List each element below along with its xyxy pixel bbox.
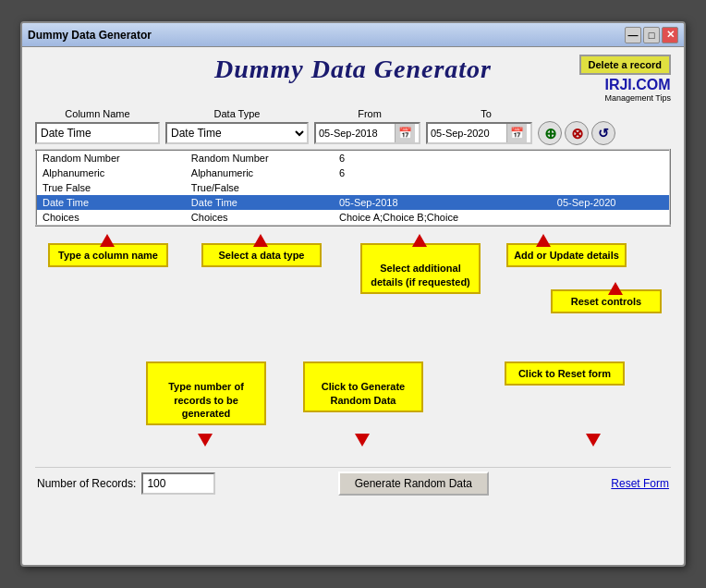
column-name-input[interactable] [35, 122, 160, 144]
bottom-annotations: Type number of records to be generated C… [35, 361, 671, 463]
remove-button[interactable]: ⊗ [565, 121, 589, 145]
table-row[interactable]: True FalseTrue/False [36, 180, 670, 195]
data-type-select[interactable]: Date Time Random Number Alphanumeric Tru… [165, 122, 309, 144]
add-update-hint-box: Add or Update details [506, 243, 627, 267]
col-to-header: To [431, 108, 542, 119]
table-row[interactable]: Date TimeDate Time05-Sep-201805-Sep-2020 [36, 195, 670, 210]
maximize-button[interactable]: □ [643, 27, 660, 43]
reset-form-hint-box: Click to Reset form [505, 361, 625, 386]
add-update-button[interactable]: ⊕ [538, 121, 562, 145]
reset-form-link[interactable]: Reset Form [611, 477, 669, 490]
column-headers: Column Name Data Type From To [35, 108, 671, 119]
svg-marker-7 [586, 434, 601, 447]
col-name-hint-box: Type a column name [48, 243, 168, 267]
data-type-hint-box: Select a data type [201, 243, 322, 267]
generate-hint-box: Click to Generate Random Data [303, 361, 423, 412]
svg-marker-6 [355, 434, 370, 447]
title-bar: Dummy Data Generator — □ ✕ [22, 23, 684, 47]
window-title: Dummy Data Generator [28, 29, 152, 42]
to-calendar-button[interactable]: 📅 [506, 124, 527, 142]
additional-details-hint-box: Select additional details (if requested) [360, 243, 481, 294]
irji-branding: IRJI.COM Management Tips [604, 77, 671, 103]
title-bar-buttons: — □ ✕ [625, 27, 678, 43]
col-dtype-header: Data Type [165, 108, 309, 119]
to-date-wrapper: 📅 [426, 122, 532, 144]
main-window: Dummy Data Generator — □ ✕ Dummy Data Ge… [20, 21, 686, 567]
management-tips-text: Management Tips [604, 93, 671, 103]
from-date-input[interactable] [316, 126, 395, 141]
from-calendar-button[interactable]: 📅 [395, 124, 415, 142]
header-row: Dummy Data Generator Delete a record IRJ… [35, 55, 671, 103]
generate-button[interactable]: Generate Random Data [338, 472, 489, 496]
reset-controls-hint-box: Reset controls [551, 289, 662, 313]
form-input-row: Date Time Random Number Alphanumeric Tru… [35, 121, 671, 145]
data-table: Random NumberRandom Number6AlphanumericA… [35, 149, 671, 227]
num-records-hint-box: Type number of records to be generated [146, 361, 266, 425]
reset-button[interactable]: ↺ [591, 121, 615, 145]
close-button[interactable]: ✕ [662, 27, 678, 43]
from-date-wrapper: 📅 [314, 122, 420, 144]
minimize-button[interactable]: — [625, 27, 641, 43]
window-content: Dummy Data Generator Delete a record IRJ… [22, 47, 684, 510]
table-row[interactable]: ChoicesChoicesChoice A;Choice B;Choice [36, 210, 670, 226]
to-date-input[interactable] [428, 126, 506, 141]
records-count-input[interactable] [141, 472, 215, 495]
delete-record-button[interactable]: Delete a record [579, 55, 671, 75]
irji-brand-text: IRJI.COM [604, 77, 670, 92]
col-name-header: Column Name [35, 108, 160, 119]
col-from-header: From [314, 108, 425, 119]
annotations-area: Type a column name Select a data type Se… [35, 234, 671, 354]
top-right-panel: Delete a record IRJI.COM Management Tips [523, 55, 671, 103]
records-label: Number of Records: [37, 477, 136, 490]
action-buttons: ⊕ ⊗ ↺ [538, 121, 615, 145]
table-row[interactable]: AlphanumericAlphanumeric6 [36, 165, 670, 180]
records-row: Number of Records: Generate Random Data … [35, 467, 671, 499]
app-title: Dummy Data Generator [183, 55, 523, 84]
bottom-section: Type number of records to be generated C… [35, 361, 671, 499]
svg-marker-5 [198, 434, 213, 447]
table-row[interactable]: Random NumberRandom Number6 [36, 150, 670, 165]
